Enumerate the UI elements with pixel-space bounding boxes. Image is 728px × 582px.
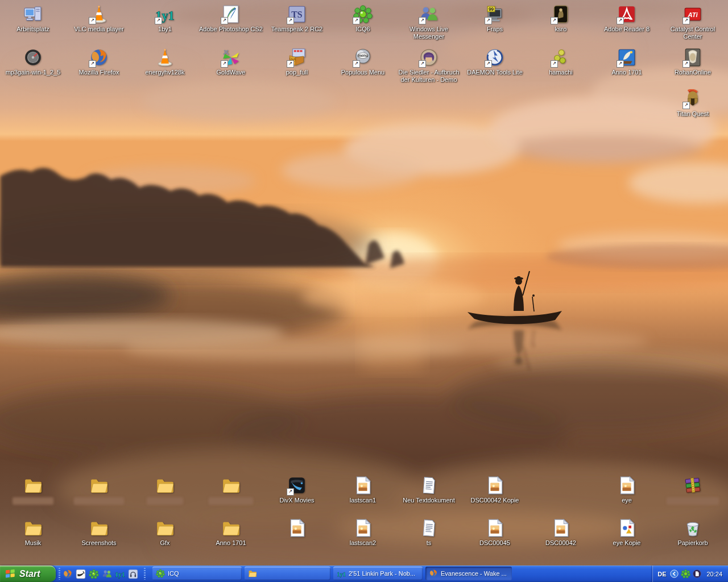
censored-label: [209, 497, 253, 505]
quicklaunch-showdesktop-icon[interactable]: [76, 569, 86, 579]
desktop-icon-arbeitsplatz[interactable]: Arbeitsplatz: [1, 5, 65, 33]
language-indicator[interactable]: DE: [657, 571, 666, 577]
desktop-icon-lastscan1[interactable]: lastscan1: [331, 476, 395, 504]
desktop-icon-titan-quest[interactable]: ↗Titan Quest: [661, 89, 725, 118]
folder-icon: [221, 476, 241, 495]
desktop-icon-teamspeak-2-rc2[interactable]: TS↗Teamspeak 2 RC2: [265, 5, 329, 33]
desktop-icon-vlc-media-player[interactable]: ↗VLC media player: [67, 5, 131, 33]
quicklaunch-icq-icon[interactable]: [89, 569, 99, 579]
image-icon: [287, 518, 307, 538]
task-button-2-51-linkin-park-nob[interactable]: 1y12'51 Linkin Park - Nob...: [333, 567, 423, 580]
folder-icon: [23, 518, 43, 538]
desktop-icon-daemon-tools-lite[interactable]: ↗DAEMON Tools Lite: [463, 48, 527, 76]
icon-label: RohanOnline: [661, 69, 725, 76]
desktop-icon-neu-textdokument[interactable]: Neu Textdokument: [397, 476, 461, 504]
icon-label: DSC00045: [463, 539, 527, 547]
start-label: Start: [19, 569, 40, 579]
taskbar-handle[interactable]: [144, 568, 146, 580]
desktop-icon-catalyst-control-center[interactable]: ATi↗Catalyst Control Center: [661, 5, 725, 40]
desktop-icon-die-siedler-aufbruch-der-kulturen-demo[interactable]: ↗Die Siedler - Aufbruch der Kulturen - D…: [397, 48, 461, 84]
icon-label: lastscan1: [331, 497, 395, 504]
task-button-icq[interactable]: ICQ: [152, 567, 242, 580]
shortcut-arrow-icon: ↗: [617, 60, 624, 68]
hamachi-icon: ↗: [551, 48, 570, 67]
desktop-icon-fraps[interactable]: 99↗Fraps: [463, 5, 527, 33]
desktop-icon-folder[interactable]: [1, 476, 65, 505]
populous-icon: menu↗: [353, 48, 373, 67]
tray-document-circle-icon[interactable]: [692, 569, 702, 579]
folder-icon: [89, 518, 109, 538]
desktop-icon-pop-full[interactable]: UHA↗pop_full: [265, 48, 329, 76]
image-icon: [353, 476, 373, 495]
icon-label: Gfx: [133, 539, 197, 547]
desktop-icon-eye[interactable]: eye: [595, 476, 659, 504]
tray-collapse-chevron-icon[interactable]: [669, 569, 679, 579]
censored-label: [667, 497, 719, 505]
desktop-icon-ts[interactable]: ts: [397, 518, 461, 547]
desktop-icon-icq6[interactable]: ↗ICQ6: [331, 5, 395, 33]
desktop-icon-adobe-reader-8[interactable]: ↗Adobe Reader 8: [595, 5, 659, 33]
desktop-icon-mp3gain-win-1-2-5[interactable]: mp3gain-win-1_2_5: [1, 48, 65, 76]
icon-label: Papierkorb: [661, 539, 725, 547]
imageshapes-icon: [617, 518, 636, 538]
icon-label: 1by1: [133, 26, 197, 33]
desktop-icon-populous-menu[interactable]: menu↗Populous Menu: [331, 48, 395, 76]
quicklaunch-oneby1-icon[interactable]: 1y1: [115, 569, 125, 579]
tray-icq-flower-icon[interactable]: [681, 569, 690, 579]
desktop-icon-mozilla-firefox[interactable]: ↗Mozilla Firefox: [67, 48, 131, 76]
desktop-icon-folder[interactable]: [199, 476, 263, 505]
desktop-icon-ksro[interactable]: ↗ksro: [529, 5, 593, 33]
desktop-icon-musik[interactable]: Musik: [1, 518, 65, 547]
censored-label: [13, 497, 53, 505]
desktop-icon-1by1[interactable]: 1y1↗1by1: [133, 5, 197, 33]
desktop-icon-anno-1701[interactable]: Anno 1701: [199, 518, 263, 547]
quicklaunch-handle[interactable]: [59, 568, 60, 580]
task-button-folder-1[interactable]: [245, 567, 330, 580]
goldwave-icon: ↗: [221, 48, 241, 67]
desktop-icon-divx-movies[interactable]: ↗DivX Movies: [265, 476, 329, 504]
desktop-icon-gfx[interactable]: Gfx: [133, 518, 197, 547]
desktop-icon-hamachi[interactable]: ↗hamachi: [529, 48, 593, 76]
desktop-icon-lastscan2[interactable]: lastscan2: [331, 518, 395, 547]
quicklaunch-messenger-icon[interactable]: [102, 569, 112, 579]
quicklaunch-headphones-icon[interactable]: [128, 569, 138, 579]
icon-label: VLC media player: [67, 26, 131, 33]
desktop-icon-rohanonline[interactable]: ↗RohanOnline: [661, 48, 725, 76]
shortcut-arrow-icon: ↗: [155, 17, 162, 24]
desktop-icon-winrar[interactable]: [661, 476, 725, 505]
desktop-icon-goldwave[interactable]: ↗GoldWave: [199, 48, 263, 76]
icon-label: Populous Menu: [331, 69, 395, 76]
ati-icon: ATi↗: [683, 5, 702, 24]
desktop-icon-anno-1701[interactable]: ↗Anno 1701: [595, 48, 659, 76]
shortcut-arrow-icon: ↗: [485, 60, 492, 68]
desktop-icon-windows-live-messenger[interactable]: ↗Windows Live Messenger: [397, 5, 461, 40]
siedler-icon: ↗: [419, 48, 439, 67]
desktop-icon-folder[interactable]: [67, 476, 131, 505]
start-button[interactable]: Start: [0, 566, 56, 582]
desktop-icon-adobe-photoshop-cs2[interactable]: ↗Adobe Photoshop CS2: [199, 5, 263, 33]
tray-clock[interactable]: 20:24: [706, 571, 722, 577]
task-button-evanescence-wake[interactable]: Evanescence - Wake ...: [425, 567, 512, 580]
shortcut-arrow-icon: ↗: [287, 17, 294, 24]
desktop-icon-dsc00045[interactable]: DSC00045: [463, 518, 527, 547]
desktop-icon-energyhv128k[interactable]: energyhv128k: [133, 48, 197, 76]
shortcut-arrow-icon: ↗: [682, 60, 690, 68]
icon-label: Arbeitsplatz: [1, 26, 65, 33]
folder-icon: [23, 476, 43, 495]
desktop-icon-screenshots[interactable]: Screenshots: [67, 518, 131, 547]
icon-label: mp3gain-win-1_2_5: [1, 69, 65, 76]
desktop-icon-eye-kopie[interactable]: eye Kopie: [595, 518, 659, 547]
shortcut-arrow-icon: ↗: [682, 102, 690, 109]
desktop-icon-dsc00042-kopie[interactable]: DSC00042 Kopie: [463, 476, 527, 504]
firefox-icon: [429, 569, 438, 578]
desktop-icon-papierkorb[interactable]: Papierkorb: [661, 518, 725, 547]
desktop-icon-dsc00042[interactable]: DSC00042: [529, 518, 593, 547]
desktop-icon-folder[interactable]: [133, 476, 197, 505]
quicklaunch-firefox-icon[interactable]: [63, 569, 73, 579]
icon-label: Screenshots: [67, 539, 131, 547]
desktop-icon-image[interactable]: [265, 518, 329, 538]
svg-text:1y1: 1y1: [115, 571, 125, 579]
icon-label: Die Siedler - Aufbruch der Kulturen - De…: [397, 69, 461, 84]
shortcut-arrow-icon: ↗: [287, 488, 294, 496]
shortcut-arrow-icon: ↗: [287, 60, 294, 68]
